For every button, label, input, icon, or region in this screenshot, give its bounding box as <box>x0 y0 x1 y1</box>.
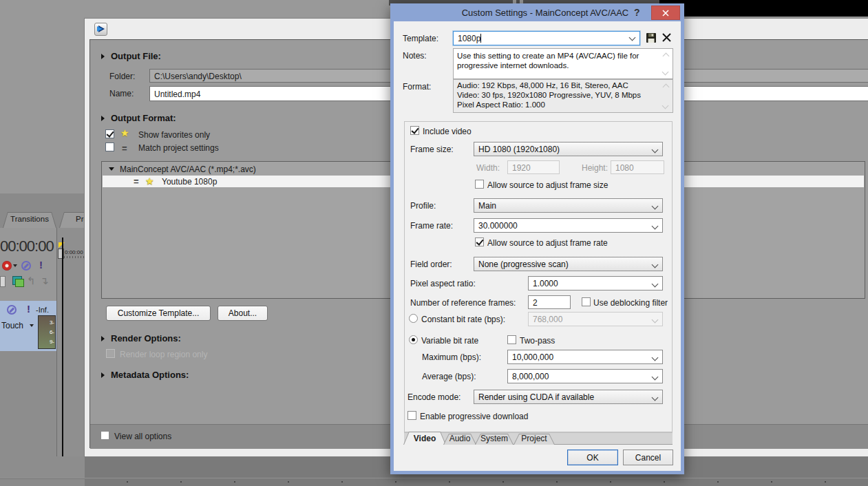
profile-label: Profile: <box>410 201 436 211</box>
metadata-expander-icon[interactable] <box>101 372 105 378</box>
dialog-title: Custom Settings - MainConcept AVC/AAC <box>407 8 683 18</box>
field-order-combo[interactable]: None (progressive scan) <box>474 257 663 271</box>
notes-label: Notes: <box>403 51 427 61</box>
progressive-checkbox[interactable] <box>407 411 416 420</box>
frame-size-combo[interactable]: HD 1080 (1920x1080) <box>474 142 663 156</box>
ruler-ticks <box>64 256 85 258</box>
time-display[interactable]: 00:00:00 <box>0 237 54 255</box>
tab-system[interactable]: System <box>475 434 514 445</box>
match-project-checkbox[interactable] <box>105 142 114 151</box>
match-project-icon: = <box>122 143 127 154</box>
output-file-heading: Output File: <box>111 51 161 61</box>
gear-icon[interactable] <box>2 261 12 271</box>
close-button[interactable] <box>651 6 680 20</box>
level-meter[interactable]: 3- 6- 9- <box>38 315 56 349</box>
template-star-icon: ★ <box>145 177 154 186</box>
close-icon <box>662 10 669 17</box>
automation-mode[interactable]: Touch <box>1 321 23 330</box>
custom-settings-dialog: Custom Settings - MainConcept AVC/AAC ? … <box>390 3 684 474</box>
format-group-expander-icon[interactable] <box>109 167 114 171</box>
bottom-left-lower <box>0 479 85 486</box>
folder-value: C:\Users\andy\Desktop\ <box>154 72 242 81</box>
ref-frames-field[interactable]: 2 <box>528 295 571 309</box>
allow-frame-size-label: Allow source to adjust frame size <box>487 180 608 190</box>
notes-scroll-down-icon[interactable] <box>662 69 669 76</box>
cancel-button[interactable]: Cancel <box>623 450 673 465</box>
vbr-label: Variable bit rate <box>421 336 478 346</box>
encode-mode-label: Encode mode: <box>407 392 461 402</box>
timeline-area <box>57 228 85 478</box>
tab-transitions[interactable]: Transitions <box>3 212 56 228</box>
solo-icon[interactable]: ! <box>39 260 43 270</box>
film-alpha-icon[interactable] <box>12 276 22 285</box>
deblocking-label: Use deblocking filter <box>593 298 668 308</box>
template-combo[interactable]: 1080p <box>453 31 640 45</box>
template-dropdown-icon[interactable] <box>629 34 636 41</box>
vbr-radio[interactable] <box>409 335 418 344</box>
automation-dropdown-icon[interactable] <box>30 324 34 327</box>
format-group-label[interactable]: MainConcept AVC/AAC (*.mp4;*.avc) <box>120 165 256 174</box>
timeline-cursor <box>62 237 63 478</box>
frame-rate-combo[interactable]: 30.000000 <box>474 218 663 233</box>
notes-scroll-up-icon[interactable] <box>663 53 670 60</box>
include-video-checkbox[interactable] <box>410 126 419 135</box>
allow-frame-size-checkbox[interactable] <box>475 180 484 189</box>
profile-combo[interactable]: Main <box>474 198 663 213</box>
customize-template-button[interactable]: Customize Template... <box>106 306 211 321</box>
edge-icon[interactable] <box>0 276 6 287</box>
name-value: Untitled.mp4 <box>154 89 200 99</box>
tab-project-dialog[interactable]: Project <box>514 434 555 445</box>
encode-mode-combo[interactable]: Render using CUDA if available <box>474 390 663 404</box>
show-favorites-label: Show favorites only <box>138 130 210 140</box>
favorites-star-icon: ★ <box>120 129 129 138</box>
show-favorites-checkbox[interactable] <box>105 129 114 138</box>
delete-template-icon[interactable] <box>661 32 672 43</box>
tab-audio[interactable]: Audio <box>443 434 476 445</box>
track-mute-icon[interactable] <box>7 305 17 315</box>
template-value: 1080p <box>458 34 480 43</box>
format-line-2: Video: 30 fps, 1920x1080 Progressive, YU… <box>457 91 641 99</box>
arrow-down-icon[interactable]: ↴ <box>40 275 49 287</box>
max-bps-combo[interactable]: 10,000,000 <box>507 350 663 364</box>
dialog-content: Template: 1080p Notes: Use this setting … <box>394 21 681 471</box>
cbr-radio[interactable] <box>409 314 418 323</box>
arrow-up-icon[interactable]: ↰ <box>27 275 36 287</box>
text-caret <box>480 34 481 43</box>
notes-box[interactable]: Use this setting to create an MP4 (AVC/A… <box>453 48 673 79</box>
gear-dropdown-icon[interactable] <box>13 264 17 267</box>
about-button[interactable]: About... <box>218 306 268 321</box>
metadata-heading: Metadata Options: <box>111 370 189 380</box>
name-label: Name: <box>109 89 134 98</box>
view-all-options-checkbox[interactable] <box>100 431 109 440</box>
output-format-expander-icon[interactable] <box>101 116 105 121</box>
pixel-aspect-label: Pixel aspect ratio: <box>410 279 476 288</box>
format-scroll-up-icon[interactable] <box>663 84 670 91</box>
allow-frame-rate-checkbox[interactable] <box>475 237 484 246</box>
notes-text: Use this setting to create an MP4 (AVC/A… <box>457 51 653 70</box>
render-options-expander-icon[interactable] <box>101 336 105 341</box>
pixel-aspect-combo[interactable]: 1.0000 <box>528 276 663 290</box>
track-solo-icon[interactable]: ! <box>27 304 30 314</box>
output-file-expander-icon[interactable] <box>101 54 105 59</box>
ok-button[interactable]: OK <box>567 450 618 465</box>
two-pass-checkbox[interactable] <box>507 335 516 344</box>
track-control-panel: ! -Inf. Touch 3- 6- 9- <box>0 301 56 351</box>
cbr-combo: 768,000 <box>528 312 663 326</box>
render-loop-checkbox <box>106 349 115 358</box>
ref-frames-label: Number of reference frames: <box>410 298 516 308</box>
bottom-left-panel <box>0 456 85 478</box>
format-line-1: Audio: 192 Kbps, 48,000 Hz, 16 Bit, Ster… <box>457 81 628 89</box>
help-button[interactable]: ? <box>634 7 640 18</box>
format-scroll-down-icon[interactable] <box>662 103 669 109</box>
format-box: Audio: 192 Kbps, 48,000 Hz, 16 Bit, Ster… <box>453 79 673 113</box>
left-tab-row: Transitions Project <box>0 212 85 228</box>
tab-video[interactable]: Video <box>403 432 446 445</box>
template-label: Template: <box>403 34 438 43</box>
save-template-icon[interactable] <box>646 32 657 43</box>
avg-bps-combo[interactable]: 8,000,000 <box>507 369 663 383</box>
render-loop-label: Render loop region only <box>120 350 207 359</box>
render-options-heading: Render Options: <box>111 333 181 344</box>
deblocking-checkbox[interactable] <box>582 297 591 306</box>
mute-icon[interactable] <box>21 261 31 271</box>
render-as-app-icon <box>94 23 107 36</box>
